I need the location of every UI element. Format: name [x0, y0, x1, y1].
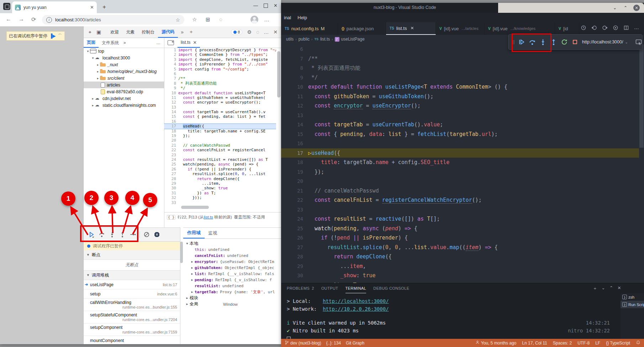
line-number[interactable]: 30 [164, 186, 178, 190]
scope-row-cancelFnList[interactable]: cancelFnList:undefined [183, 253, 281, 259]
line-number[interactable]: 30 [281, 271, 308, 280]
scope-row-list[interactable]: ▶list:RefImpl {__v_isShallow: fals [183, 271, 281, 277]
line-number[interactable]: 7 [281, 54, 308, 64]
avatar[interactable] [250, 16, 258, 23]
pause-on-exceptions-icon[interactable] [153, 231, 160, 238]
editor-tab-[id[interactable]: V[id [555, 22, 579, 35]
maximize-icon[interactable] [264, 4, 268, 8]
statusbar-item-{..}: 134[interactable]: {..}: 134 [326, 341, 341, 346]
devtools-tab-源代码[interactable]: 源代码 [158, 26, 178, 38]
line-number[interactable]: 20 [281, 177, 308, 186]
line-number[interactable]: 3 [164, 57, 178, 62]
issues-badge[interactable]: 8 [231, 29, 242, 35]
deactivate-breakpoints-icon[interactable] [143, 231, 150, 238]
tree-item-cdn.jsdelivr.net[interactable]: ▸☁cdn.jsdelivr.net [84, 95, 164, 102]
line-number[interactable]: 10 [281, 82, 308, 92]
line-number[interactable]: 29 [281, 262, 308, 271]
expand-icon[interactable]: ▶ [185, 296, 190, 300]
scope-row-encryptor[interactable]: ▶encryptor:{usePasswd: ObjectRefIm [183, 259, 281, 265]
screencast-icon[interactable] [635, 38, 642, 46]
inspect-element-icon[interactable]: ⌖ [89, 29, 91, 35]
navigate-back-icon[interactable] [591, 25, 597, 32]
devtools-tab-控制台[interactable]: 控制台 [138, 26, 158, 38]
step-over-banner-icon[interactable]: ⌒ [58, 33, 62, 39]
line-number[interactable]: 25 [164, 162, 178, 167]
line-number[interactable]: 31 [164, 191, 178, 195]
devtools-tab-元素[interactable]: 元素 [122, 26, 138, 38]
line-number[interactable]: 33 [164, 200, 178, 205]
panel-tab-DEBUG CONSOLE[interactable]: DEBUG CONSOLE [373, 283, 409, 293]
editor-tab-[id].vue[interactable]: V[id].vue.../articles [436, 22, 485, 35]
line-number[interactable]: 17 [164, 124, 178, 128]
step-over-icon[interactable] [98, 231, 105, 238]
devtools-editor-vscrollbar[interactable] [277, 49, 280, 202]
resume-script-icon[interactable] [88, 231, 95, 238]
vscode-editor-scrollbar[interactable] [639, 44, 644, 283]
scope-row-targetTab[interactable]: ▶targetTab:Proxy {name: '文章', url [183, 289, 281, 295]
sidebar-tab-文件系统[interactable]: 文件系统 [99, 38, 122, 48]
breadcrumb-segment-utils[interactable]: utils [286, 37, 294, 42]
line-number[interactable]: 8 [281, 63, 308, 73]
line-number[interactable]: 4 [164, 62, 178, 67]
line-number[interactable]: 18 [164, 129, 178, 133]
line-number[interactable]: 5 [164, 67, 178, 72]
devtools-settings-icon[interactable]: ⚙ [247, 29, 252, 35]
line-number[interactable]: 20 [164, 138, 178, 143]
workspaces-icon[interactable] [3, 3, 10, 10]
call-stack-frame-setupComponent[interactable]: setupComponentruntime-core.es...undler.j… [84, 324, 180, 336]
debug-toolbar-grip[interactable]: ⣿ [512, 40, 514, 44]
terminal-dropdown-icon[interactable]: ⌄ [602, 285, 605, 291]
restart-icon[interactable] [561, 38, 568, 46]
minimize-icon[interactable]: ⌄ [612, 5, 618, 11]
step-out-icon[interactable] [119, 231, 126, 238]
profile-icon[interactable]: ◌ [219, 16, 222, 22]
statusbar-item-Git Graph[interactable]: Git Graph [346, 341, 364, 346]
scope-row-模块[interactable]: ▶模块 [183, 295, 281, 301]
debug-url-picker[interactable]: http://localhost:3000/⌄ [582, 40, 628, 44]
line-number[interactable]: 28 [281, 252, 308, 262]
line-number[interactable]: 12 [281, 101, 308, 111]
line-number[interactable]: 9 [281, 73, 308, 83]
line-number[interactable]: 24 [164, 157, 178, 162]
scope-row-githubToken[interactable]: ▶githubToken:ObjectRefImpl {_objec [183, 265, 281, 271]
scope-row-pending[interactable]: ▶pending:RefImpl {_v_isShallow: f [183, 277, 281, 283]
sidebar-more-icon[interactable]: … [156, 40, 160, 45]
timeline-icon[interactable] [581, 25, 586, 32]
line-number[interactable]: 8 [164, 81, 178, 86]
scope-row-全局[interactable]: ▶全局Window [183, 301, 281, 307]
step-icon[interactable] [129, 231, 136, 238]
expand-icon[interactable]: ▶ [190, 260, 195, 263]
panel-tab-PROBLEMS[interactable]: PROBLEMS2 [287, 283, 314, 293]
editor-tab-nuxt.config.ts[interactable]: TSnuxt.config.tsM [281, 22, 338, 35]
call-stack-frame-useListPage[interactable]: ➜useListPagelist.ts:17 [84, 280, 180, 289]
navigate-forward-icon[interactable] [602, 25, 608, 32]
line-number[interactable]: 23 [164, 153, 178, 157]
line-number[interactable]: 25 [281, 224, 308, 233]
scope-tab-监视[interactable]: 监视 [205, 228, 221, 238]
line-number[interactable]: 28 [164, 177, 178, 181]
back-icon[interactable]: ← [6, 16, 11, 22]
expand-icon[interactable]: ▶ [190, 278, 195, 282]
more-actions-icon[interactable]: ⋯ [634, 25, 639, 32]
line-number[interactable]: 13 [164, 105, 178, 110]
close-panel-icon[interactable]: ✕ [618, 285, 621, 291]
panel-tab-TERMINAL[interactable]: TERMINAL [345, 283, 366, 293]
resume-script-icon[interactable]: ▐▶ [49, 33, 56, 38]
devtools-editor-tab-close-icon[interactable]: ✕ [193, 40, 197, 45]
devtools-source-code[interactable]: 1import { processEncryptDescrypt } from … [164, 48, 276, 204]
device-toolbar-icon[interactable]: ▣ [96, 29, 101, 35]
line-number[interactable]: 10 [164, 91, 178, 95]
section-call-stack[interactable]: ▼调用堆栈 [84, 270, 180, 280]
reload-icon[interactable]: ⟳ [31, 16, 36, 23]
menu-item-inal[interactable]: inal [284, 15, 291, 20]
line-number[interactable]: 31 [281, 280, 308, 283]
statusbar-item-dev (nuxt3-blog)[interactable]: dev (nuxt3-blog) [285, 340, 321, 346]
statusbar-item-{} TypeScript[interactable]: {} TypeScript [606, 341, 630, 346]
line-number[interactable]: 2 [164, 52, 178, 57]
step-into-icon[interactable] [539, 38, 547, 46]
scope-row-this[interactable]: this:undefined [183, 247, 281, 253]
devtools-tab-欢迎[interactable]: 欢迎 [107, 26, 122, 38]
tree-item-home/cq/dev/_/nuxt3-blog[interactable]: ▸home/cq/dev/_/nuxt3-blog [84, 68, 164, 75]
step-over-icon[interactable] [529, 38, 536, 46]
pretty-print-icon[interactable]: { } [167, 215, 175, 220]
